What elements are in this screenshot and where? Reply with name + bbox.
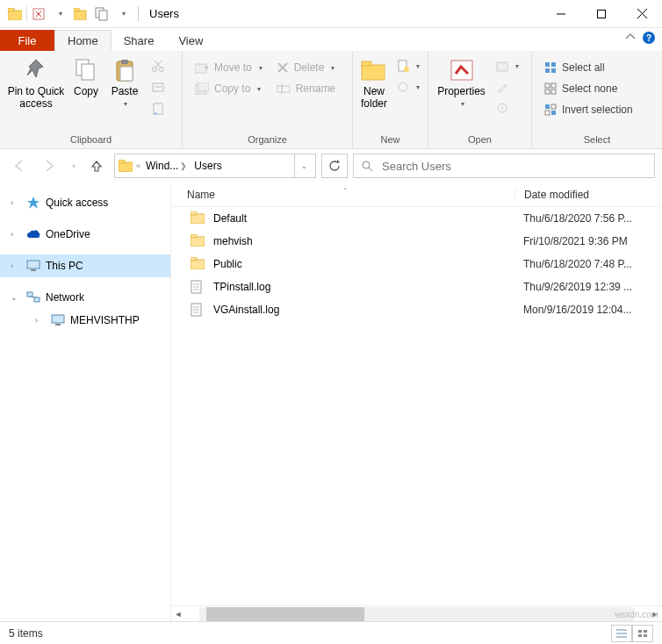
svg-rect-65 [191, 260, 205, 269]
navigation-row: ▾ « Wind... ❯ Users ⌄ [0, 149, 662, 182]
open-button[interactable]: ▾ [493, 56, 522, 75]
file-row[interactable]: mehvishFri/10/8/2021 9:36 PM [171, 230, 662, 253]
moveto-button[interactable]: Move to▾ [191, 58, 266, 77]
qat-customize-dropdown[interactable]: ▾ [113, 4, 133, 24]
horizontal-scrollbar[interactable]: ◄ ► [171, 605, 662, 621]
help-icon[interactable]: ? [643, 32, 655, 44]
sidebar-item-network[interactable]: ⌄ Network [0, 286, 170, 309]
group-select-label: Select [532, 134, 662, 148]
rename-button[interactable]: Rename [273, 79, 339, 98]
expand-icon[interactable]: › [11, 230, 21, 239]
ribbon: Pin to Quick access Copy Paste ▾ [0, 51, 662, 149]
maximize-button[interactable] [581, 1, 622, 27]
svg-rect-8 [598, 10, 606, 18]
pin-to-quickaccess-button[interactable]: Pin to Quick access [5, 54, 67, 112]
largeicons-view-button[interactable] [632, 625, 653, 642]
newfolder-icon [360, 56, 388, 84]
selectall-button[interactable]: Select all [541, 58, 637, 77]
sidebar-item-network-child[interactable]: › MEHVISHTHP [0, 309, 170, 332]
refresh-button[interactable] [321, 154, 348, 178]
paste-label: Paste [112, 86, 139, 98]
file-row[interactable]: VGAinstall.logMon/9/16/2019 12:04... [171, 298, 662, 321]
minimize-button[interactable] [541, 1, 581, 27]
tab-share[interactable]: Share [112, 30, 167, 51]
history-icon [496, 102, 508, 114]
sidebar-label: Network [46, 291, 84, 304]
search-icon [361, 160, 373, 172]
sidebar-item-quickaccess[interactable]: › Quick access [0, 191, 170, 214]
up-button[interactable] [84, 154, 109, 178]
breadcrumb-dropdown[interactable]: ⌄ [294, 154, 312, 177]
expand-icon[interactable]: › [11, 261, 21, 270]
svg-rect-54 [27, 261, 40, 268]
back-button[interactable] [7, 154, 32, 178]
invertselection-button[interactable]: Invert selection [541, 100, 637, 119]
svg-rect-66 [191, 257, 197, 261]
sidebar-item-thispc[interactable]: › This PC [0, 254, 170, 277]
copypath-button[interactable] [148, 77, 169, 97]
copy-qat-icon[interactable] [92, 4, 112, 24]
details-view-button[interactable] [611, 625, 632, 642]
svg-rect-38 [545, 62, 550, 67]
delete-button[interactable]: Delete▾ [273, 58, 339, 77]
group-new-label: New [353, 134, 428, 148]
expand-icon[interactable]: › [35, 316, 46, 325]
svg-rect-62 [191, 211, 197, 215]
pasteshortcut-icon [151, 101, 165, 115]
close-button[interactable] [622, 1, 662, 27]
recent-dropdown[interactable]: ▾ [67, 154, 79, 178]
svg-rect-40 [545, 68, 550, 73]
svg-rect-45 [551, 89, 556, 94]
svg-point-16 [153, 68, 157, 72]
tab-view[interactable]: View [166, 30, 215, 51]
chevron-right-icon[interactable]: ❯ [180, 161, 187, 170]
newitem-button[interactable]: ▾ [393, 56, 423, 75]
copy-button[interactable]: Copy [67, 54, 105, 100]
file-row[interactable]: TPinstall.logThu/9/26/2019 12:39 ... [171, 275, 662, 298]
cut-button[interactable] [148, 56, 169, 75]
history-button[interactable] [493, 98, 522, 118]
paste-button[interactable]: Paste ▾ [105, 54, 144, 110]
newfolder-qat-icon[interactable] [71, 4, 90, 24]
sidebar-label: OneDrive [46, 228, 90, 240]
file-row[interactable]: PublicThu/6/18/2020 7:48 P... [171, 253, 662, 275]
breadcrumb[interactable]: « Wind... ❯ Users ⌄ [114, 154, 316, 178]
tab-home[interactable]: Home [54, 30, 112, 51]
ribbon-collapse-icon[interactable] [625, 32, 636, 42]
navigation-pane: › Quick access › OneDrive › This PC ⌄ Ne… [0, 182, 171, 621]
newfolder-button[interactable]: New folder [358, 54, 390, 112]
file-icon [191, 303, 205, 317]
properties-qat-dropdown[interactable]: ▾ [50, 4, 69, 24]
file-icon [191, 280, 205, 294]
sidebar-item-onedrive[interactable]: › OneDrive [0, 223, 170, 246]
folder-icon [191, 234, 205, 248]
crumb-seg-1[interactable]: Wind... ❯ [144, 160, 189, 172]
group-clipboard-label: Clipboard [0, 134, 182, 148]
easyaccess-button[interactable]: ▾ [393, 77, 423, 97]
tab-file[interactable]: File [0, 30, 54, 51]
forward-button[interactable] [37, 154, 61, 178]
pasteshortcut-button[interactable] [148, 98, 169, 118]
properties-qat-icon[interactable] [29, 4, 48, 24]
properties-button[interactable]: Properties ▾ [434, 54, 489, 110]
svg-rect-50 [119, 162, 133, 172]
svg-line-58 [30, 297, 37, 297]
svg-rect-61 [191, 214, 205, 224]
expand-icon[interactable]: › [11, 198, 21, 207]
group-organize-label: Organize [183, 134, 352, 148]
edit-button[interactable] [493, 77, 522, 97]
selectnone-button[interactable]: Select none [541, 79, 637, 98]
scrollbar-thumb[interactable] [206, 607, 364, 621]
svg-rect-3 [74, 11, 86, 20]
search-input[interactable] [380, 159, 647, 174]
copyto-button[interactable]: Copy to▾ [191, 79, 266, 98]
crumb-seg-2[interactable]: Users [192, 160, 223, 172]
column-date[interactable]: Date modified [514, 189, 662, 201]
column-name[interactable]: Name ˄ [171, 189, 514, 201]
scroll-left-icon[interactable]: ◄ [171, 607, 185, 621]
sidebar-label: MEHVISHTHP [70, 314, 140, 326]
search-box[interactable] [353, 154, 655, 178]
svg-point-33 [404, 67, 409, 72]
collapse-icon[interactable]: ⌄ [11, 293, 21, 302]
file-row[interactable]: DefaultThu/6/18/2020 7:56 P... [171, 207, 662, 230]
